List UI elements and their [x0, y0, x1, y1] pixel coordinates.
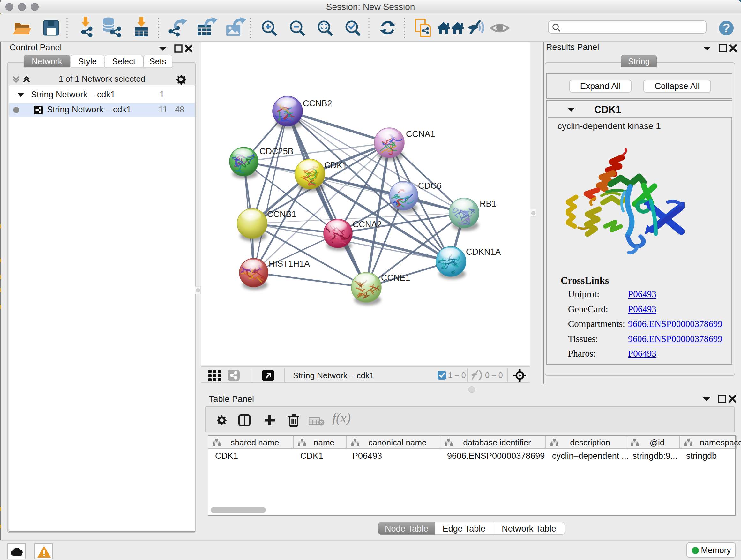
svg-text:CCNB2: CCNB2	[303, 99, 332, 108]
svg-text:CCNE1: CCNE1	[381, 273, 410, 283]
svg-text:CDC25B: CDC25B	[259, 146, 293, 156]
svg-text:HIST1H1A: HIST1H1A	[269, 259, 310, 268]
svg-text:CDC6: CDC6	[418, 181, 442, 191]
svg-text:CCNB1: CCNB1	[267, 209, 296, 219]
svg-text:?: ?	[723, 21, 730, 35]
svg-text:CCNA1: CCNA1	[406, 129, 435, 139]
svg-text:CDK1: CDK1	[324, 161, 347, 170]
svg-text:CCNA2: CCNA2	[353, 220, 382, 229]
svg-text:RB1: RB1	[480, 199, 496, 208]
svg-text:CDKN1A: CDKN1A	[466, 247, 501, 257]
